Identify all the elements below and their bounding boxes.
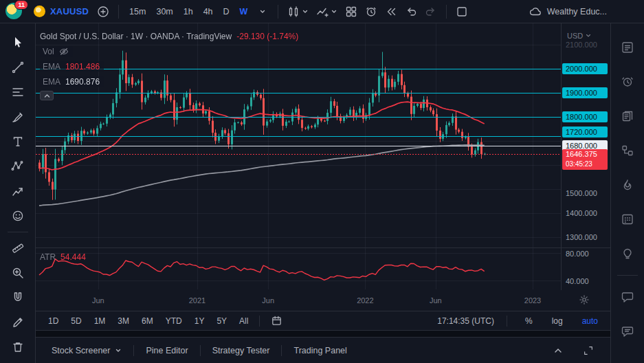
magnet-tool[interactable] <box>5 285 30 310</box>
lightbulb-icon <box>621 247 634 261</box>
atr-legend[interactable]: ATR 54.444 <box>40 252 86 262</box>
chart-change: -29.130 (-1.74%) <box>236 32 298 41</box>
range-1m[interactable]: 1M <box>89 315 111 327</box>
price-scale[interactable]: USD 2100.0002000.0001900.0001800.0001720… <box>561 23 610 290</box>
bar-replay-button[interactable] <box>383 3 399 21</box>
undo-button[interactable] <box>403 3 419 21</box>
alarm-clock-icon <box>621 75 634 89</box>
log-scale-button[interactable]: log <box>546 315 568 327</box>
scale-settings-gear-icon[interactable] <box>579 294 590 305</box>
panel-open-button[interactable] <box>550 342 566 360</box>
percent-scale-button[interactable]: % <box>520 315 538 327</box>
tab-pine-editor[interactable]: Pine Editor <box>134 338 199 363</box>
caret-down-icon <box>586 33 591 38</box>
range-1y[interactable]: 1Y <box>189 315 210 327</box>
price-level-label[interactable]: 1800.000 <box>562 111 608 122</box>
forecast-icon <box>11 184 25 198</box>
chart-legend: Gold Spot / U.S. Dollar · 1W · OANDA · T… <box>40 30 298 100</box>
hotlists-button[interactable] <box>615 168 640 202</box>
account-menu[interactable]: Wealthy Educ... <box>529 6 607 18</box>
interval-30m[interactable]: 30m <box>153 3 176 21</box>
last-price-label[interactable]: 1646.37503:45:23 <box>562 149 608 170</box>
range-6m[interactable]: 6M <box>136 315 159 327</box>
pane-separator[interactable] <box>36 248 610 248</box>
range-3m[interactable]: 3M <box>112 315 135 327</box>
goto-date-button[interactable] <box>265 314 288 328</box>
time-scale[interactable]: Jun2021Jun2022Jun2023 <box>36 290 610 311</box>
alerts-button[interactable] <box>615 65 640 99</box>
emoji-tool[interactable] <box>5 204 30 228</box>
text-icon <box>11 135 25 148</box>
indicators-icon <box>316 6 329 18</box>
tab-strategy-tester[interactable]: Strategy Tester <box>201 338 282 363</box>
ema-fast-legend[interactable]: EMA 1801.486 <box>40 61 104 72</box>
symbol-search-button[interactable]: XAUUSD <box>31 6 91 17</box>
layout-button[interactable] <box>343 3 359 21</box>
object-tree-icon <box>621 144 634 157</box>
range-1d[interactable]: 1D <box>43 315 64 327</box>
support-button[interactable] <box>615 314 640 349</box>
ema-slow-legend[interactable]: EMA 1690.876 <box>40 76 104 87</box>
volume-legend[interactable]: Vol <box>40 46 73 57</box>
indicators-button[interactable] <box>314 3 340 21</box>
edit-pencil-tool[interactable] <box>5 310 30 335</box>
eye-hidden-icon[interactable] <box>59 47 69 56</box>
tab-stock-screener[interactable]: Stock Screener <box>40 338 133 363</box>
cursor-tool[interactable] <box>5 30 30 55</box>
price-level-label[interactable]: 1720.000 <box>562 126 608 138</box>
chat-button[interactable] <box>615 280 640 314</box>
object-tree-button[interactable] <box>615 133 640 168</box>
range-all[interactable]: All <box>234 315 254 327</box>
panel-gap <box>36 331 610 337</box>
price-level-label[interactable]: 1900.000 <box>562 87 608 98</box>
brush-tool[interactable] <box>5 104 30 129</box>
undo-icon <box>405 6 417 18</box>
interval-menu-button[interactable] <box>254 3 271 21</box>
calendar-button[interactable] <box>615 202 640 236</box>
text-tool[interactable] <box>5 129 30 154</box>
trend-line-tool[interactable] <box>5 55 30 80</box>
alert-button[interactable] <box>363 3 379 21</box>
ideas-button[interactable] <box>615 236 640 271</box>
range-5y[interactable]: 5Y <box>211 315 232 327</box>
interval-4h[interactable]: 4h <box>200 3 216 21</box>
news-button[interactable] <box>615 99 640 133</box>
fib-retracement-tool[interactable] <box>5 80 30 104</box>
chart-title[interactable]: Gold Spot / U.S. Dollar · 1W · OANDA · T… <box>40 32 232 41</box>
interval-15m[interactable]: 15m <box>126 3 149 21</box>
redo-button[interactable] <box>423 3 439 21</box>
ema-slow-value: 1690.876 <box>65 77 100 87</box>
range-ytd[interactable]: YTD <box>160 315 188 327</box>
legend-collapse-button[interactable] <box>40 91 54 100</box>
tradingview-app: 11 XAUUSD 15m 30m 1h 4h D W <box>0 0 644 363</box>
xabcd-pattern-tool[interactable] <box>5 154 30 179</box>
cursor-icon <box>11 36 25 50</box>
range-5d[interactable]: 5D <box>65 315 87 327</box>
interval-1h[interactable]: 1h <box>180 3 197 21</box>
time-axis-label: 2021 <box>189 296 206 305</box>
measure-ruler-tool[interactable] <box>5 236 30 261</box>
forecast-tool[interactable] <box>5 179 30 204</box>
toolbar-divider <box>8 232 28 232</box>
chart-type-button[interactable] <box>285 3 311 21</box>
auto-scale-button[interactable]: auto <box>577 315 603 327</box>
compare-add-button[interactable] <box>95 3 111 21</box>
watchlist-button[interactable] <box>615 30 640 65</box>
tab-trading-panel[interactable]: Trading Panel <box>282 338 358 363</box>
pencil-icon <box>11 316 25 329</box>
account-avatar[interactable]: 11 <box>5 3 23 21</box>
interval-1w[interactable]: W <box>236 3 252 21</box>
magnet-icon <box>11 291 25 305</box>
fullscreen-button[interactable] <box>454 3 470 21</box>
interval-1d[interactable]: D <box>220 3 233 21</box>
chevron-down-icon <box>259 8 266 15</box>
zoom-tool[interactable] <box>5 261 30 285</box>
remove-drawings-tool[interactable] <box>5 335 30 360</box>
bottom-range-toolbar: 1D 5D 1M 3M 6M YTD 1Y 5Y All 17:14:35 (U… <box>36 311 610 331</box>
brush-icon <box>11 110 25 124</box>
price-level-label[interactable]: 2000.000 <box>562 63 608 74</box>
chevron-down-icon <box>115 347 122 354</box>
clock-utc[interactable]: 17:14:35 (UTC) <box>437 316 494 326</box>
trash-icon <box>11 340 25 354</box>
panel-maximize-button[interactable] <box>580 342 597 360</box>
